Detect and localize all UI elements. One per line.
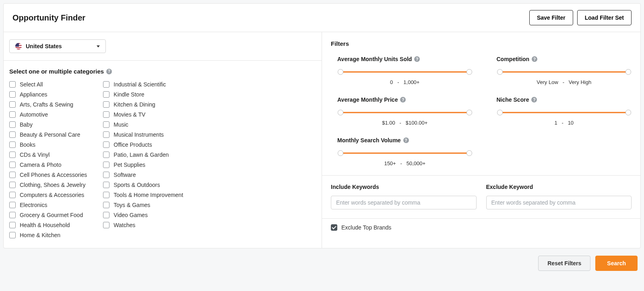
help-icon[interactable]: ? bbox=[106, 69, 112, 74]
slider-max: Very High bbox=[569, 79, 591, 85]
category-checkbox[interactable]: Movies & TV bbox=[103, 111, 183, 118]
checkbox-icon bbox=[103, 172, 109, 178]
slider-handle-min[interactable] bbox=[338, 150, 343, 156]
slider-handle-min[interactable] bbox=[338, 69, 343, 75]
slider-sep: - bbox=[397, 79, 399, 85]
slider-handle-max[interactable] bbox=[625, 69, 631, 75]
slider-handle-min[interactable] bbox=[497, 69, 503, 75]
right-panel: Filters Average Monthly Units Sold ? bbox=[322, 32, 640, 248]
checkbox-label: Kitchen & Dining bbox=[114, 101, 155, 108]
categories-heading: Select one or multiple categories ? bbox=[9, 68, 316, 75]
category-checkbox[interactable]: Patio, Lawn & Garden bbox=[103, 152, 183, 158]
category-checkbox[interactable]: Musical Instruments bbox=[103, 131, 183, 138]
category-checkbox[interactable]: Music bbox=[103, 121, 183, 128]
category-checkbox[interactable]: Baby bbox=[9, 121, 87, 128]
help-icon[interactable]: ? bbox=[414, 56, 420, 62]
slider-handle-max[interactable] bbox=[466, 69, 472, 75]
slider-track bbox=[341, 112, 469, 113]
slider-label: Average Monthly Price ? bbox=[337, 96, 473, 103]
category-checkbox[interactable]: Toys & Games bbox=[103, 202, 183, 208]
category-checkbox[interactable]: Automotive bbox=[9, 111, 87, 118]
range-slider[interactable] bbox=[341, 109, 469, 116]
help-icon[interactable]: ? bbox=[400, 97, 406, 102]
category-checkbox[interactable]: Software bbox=[103, 172, 183, 178]
category-checkbox[interactable]: Beauty & Personal Care bbox=[9, 131, 87, 138]
search-button[interactable]: Search bbox=[595, 256, 638, 271]
slider-sep: - bbox=[400, 160, 402, 166]
checkbox-icon bbox=[103, 101, 109, 108]
category-checkbox[interactable]: Arts, Crafts & Sewing bbox=[9, 101, 87, 108]
slider-label-text: Average Monthly Price bbox=[337, 96, 398, 103]
slider-label: Niche Score ? bbox=[497, 96, 632, 103]
slider-handle-max[interactable] bbox=[625, 110, 631, 115]
slider-label-text: Competition bbox=[497, 56, 530, 62]
slider-values: Very Low - Very High bbox=[497, 79, 632, 85]
slider-sep: - bbox=[400, 120, 401, 126]
checkbox-label: Select All bbox=[20, 81, 43, 88]
category-checkbox[interactable]: Cell Phones & Accessories bbox=[9, 172, 87, 178]
checkbox-label: Toys & Games bbox=[114, 202, 150, 208]
checkbox-label: Books bbox=[20, 141, 35, 148]
category-checkbox[interactable]: Tools & Home Improvement bbox=[103, 192, 183, 198]
checkbox-label: Electronics bbox=[20, 202, 47, 208]
checkbox-label: Pet Supplies bbox=[114, 162, 145, 168]
help-icon[interactable]: ? bbox=[532, 56, 537, 62]
checkbox-icon bbox=[9, 131, 16, 138]
slider-handle-max[interactable] bbox=[466, 150, 472, 156]
include-keywords-input[interactable] bbox=[331, 196, 477, 209]
slider-handle-min[interactable] bbox=[497, 110, 503, 115]
category-checkbox[interactable]: Sports & Outdoors bbox=[103, 182, 183, 188]
checkbox-label: Home & Kitchen bbox=[20, 232, 60, 238]
help-icon[interactable]: ? bbox=[531, 97, 537, 102]
range-slider[interactable] bbox=[500, 69, 629, 75]
range-slider[interactable] bbox=[341, 69, 469, 75]
slider-min: 1 bbox=[554, 120, 557, 126]
category-checkbox[interactable]: Home & Kitchen bbox=[9, 232, 87, 238]
exclude-keywords-label: Exclude Keyword bbox=[486, 184, 632, 190]
category-checkbox[interactable]: Appliances bbox=[9, 91, 87, 98]
reset-filters-button[interactable]: Reset Filters bbox=[538, 256, 590, 271]
slider-track bbox=[341, 153, 469, 154]
category-checkbox[interactable]: Books bbox=[9, 141, 87, 148]
help-icon[interactable]: ? bbox=[403, 137, 409, 143]
checkbox-icon bbox=[103, 162, 109, 168]
category-checkbox[interactable]: Watches bbox=[103, 222, 183, 228]
category-checkbox[interactable]: Health & Household bbox=[9, 222, 87, 228]
slider-niche-score: Niche Score ? 1 - 10 bbox=[497, 96, 632, 126]
slider-label: Monthly Search Volume ? bbox=[337, 137, 473, 143]
checkbox-label: Cell Phones & Accessories bbox=[20, 172, 87, 178]
country-select[interactable]: United States bbox=[9, 39, 106, 53]
checkbox-icon bbox=[103, 81, 109, 88]
category-checkbox[interactable]: Video Games bbox=[103, 212, 183, 218]
save-filter-button[interactable]: Save Filter bbox=[529, 10, 573, 25]
country-label: United States bbox=[26, 43, 62, 49]
select-all-checkbox[interactable]: Select All bbox=[9, 81, 87, 88]
category-checkbox[interactable]: Grocery & Gourmet Food bbox=[9, 212, 87, 218]
categories-col-1: Select All Appliances Arts, Crafts & Sew… bbox=[9, 81, 87, 238]
opportunity-finder-card: Opportunity Finder Save Filter Load Filt… bbox=[3, 3, 641, 248]
slider-track bbox=[341, 72, 469, 73]
checkbox-label: Automotive bbox=[20, 111, 48, 118]
category-checkbox[interactable]: Kindle Store bbox=[103, 91, 183, 98]
category-checkbox[interactable]: Office Products bbox=[103, 141, 183, 148]
category-checkbox[interactable]: Camera & Photo bbox=[9, 162, 87, 168]
category-checkbox[interactable]: Clothing, Shoes & Jewelry bbox=[9, 182, 87, 188]
slider-handle-max[interactable] bbox=[466, 110, 472, 115]
slider-values: 0 - 1,000+ bbox=[337, 79, 473, 85]
exclude-keywords-input[interactable] bbox=[486, 196, 632, 209]
range-slider[interactable] bbox=[500, 109, 629, 116]
slider-max: 10 bbox=[568, 120, 574, 126]
category-checkbox[interactable]: CDs & Vinyl bbox=[9, 152, 87, 158]
category-checkbox[interactable]: Electronics bbox=[9, 202, 87, 208]
checkbox-icon bbox=[9, 212, 16, 218]
checkbox-icon bbox=[331, 224, 337, 231]
category-checkbox[interactable]: Pet Supplies bbox=[103, 162, 183, 168]
range-slider[interactable] bbox=[341, 150, 469, 156]
slider-handle-min[interactable] bbox=[338, 110, 343, 115]
load-filter-set-button[interactable]: Load Filter Set bbox=[577, 10, 632, 25]
category-checkbox[interactable]: Kitchen & Dining bbox=[103, 101, 183, 108]
category-checkbox[interactable]: Computers & Accessories bbox=[9, 192, 87, 198]
exclude-top-brands-checkbox[interactable]: Exclude Top Brands bbox=[331, 224, 391, 231]
category-checkbox[interactable]: Industrial & Scientific bbox=[103, 81, 183, 88]
checkbox-label: Music bbox=[114, 121, 128, 128]
